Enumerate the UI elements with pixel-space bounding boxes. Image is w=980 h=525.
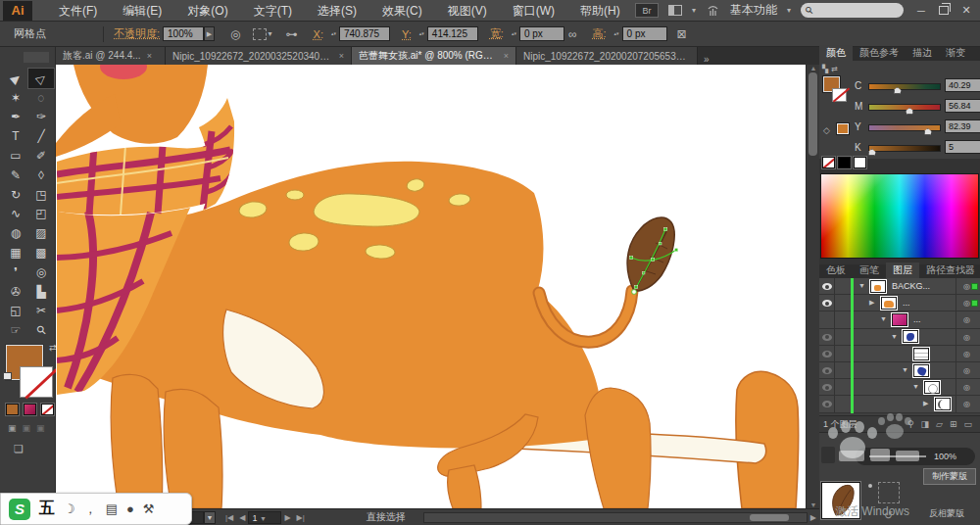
channel-value[interactable]: 82.39 <box>945 119 980 133</box>
layer-label[interactable]: ... <box>913 314 921 324</box>
black-swatch[interactable] <box>838 157 851 168</box>
eye-icon[interactable] <box>822 351 832 358</box>
layer-thumbnail[interactable] <box>913 348 929 360</box>
color-fill-button[interactable] <box>6 404 19 415</box>
stepper-icon[interactable]: ▴▾ <box>614 31 619 36</box>
stroke-color-swatch[interactable] <box>20 366 53 398</box>
eye-icon[interactable] <box>822 367 832 374</box>
visibility-cell[interactable] <box>819 396 835 412</box>
document-tab-0[interactable]: 旅客.ai @ 244.4...× <box>56 47 166 65</box>
disclosure-triangle[interactable]: ▼ <box>891 333 898 340</box>
channel-value[interactable]: 40.29 <box>945 78 980 92</box>
visibility-cell[interactable] <box>819 362 835 379</box>
hand-tool[interactable]: ☞ <box>3 320 28 340</box>
keyboard-icon[interactable]: ▤ <box>106 501 118 516</box>
target-circle-icon[interactable]: ◎ <box>963 333 970 342</box>
selection-tool[interactable]: ▶ <box>3 69 28 88</box>
opacity-label[interactable]: 不透明度: <box>114 26 160 41</box>
slice-tool[interactable]: ✂ <box>28 302 54 321</box>
disclosure-triangle[interactable]: ▼ <box>902 366 908 373</box>
default-fill-stroke-icon[interactable] <box>3 372 12 380</box>
layer-label[interactable]: BACKG... <box>892 281 930 291</box>
search-input[interactable] <box>816 5 895 17</box>
magic-wand-tool[interactable]: ✶ <box>3 88 28 108</box>
close-button[interactable]: ✕ <box>958 4 974 17</box>
curvature-tool[interactable]: ✑ <box>28 108 54 127</box>
invert-mask-label[interactable]: 反相蒙版 <box>929 507 964 520</box>
disclosure-triangle[interactable]: ▼ <box>858 282 865 289</box>
vertical-scrollbar[interactable]: ▲ ▼ <box>806 65 819 508</box>
tab-close-icon[interactable]: × <box>504 51 509 61</box>
visibility-cell[interactable] <box>819 379 835 396</box>
layer-row[interactable]: ◎ <box>819 346 980 362</box>
workspace-switcher[interactable]: 基本功能 <box>730 2 777 19</box>
target-circle-icon[interactable]: ◎ <box>963 350 970 358</box>
person-icon[interactable]: ● <box>126 501 134 516</box>
eye-icon[interactable] <box>822 300 832 307</box>
field-value-3[interactable]: 0 px <box>622 26 667 41</box>
menu-item[interactable]: 选择(S) <box>305 0 369 22</box>
none-swatch[interactable] <box>822 157 835 168</box>
layer-thumbnail[interactable] <box>924 381 940 394</box>
reference-point-icon[interactable]: ⊶ <box>286 27 298 41</box>
draw-inside-icon[interactable]: ▣ <box>36 423 45 433</box>
first-artboard-icon[interactable]: |◀ <box>225 513 233 522</box>
width-tool[interactable]: ∿ <box>3 205 28 224</box>
link-dimensions-icon[interactable]: ∞ <box>568 27 577 41</box>
field-value-1[interactable]: 414.125 <box>427 26 478 41</box>
next-artboard-icon[interactable]: ▶ <box>284 513 290 522</box>
layer-row[interactable]: ▶◎ <box>819 396 980 412</box>
field-label-0[interactable]: X: <box>314 28 323 40</box>
layer-thumbnail[interactable] <box>870 280 886 293</box>
rectangle-tool[interactable]: ▭ <box>3 146 28 166</box>
channel-slider[interactable] <box>868 83 941 90</box>
search-field[interactable]: ⚲ <box>801 3 904 18</box>
tab-画笔[interactable]: 画笔 <box>853 262 886 278</box>
disclosure-triangle[interactable]: ▶ <box>923 400 928 407</box>
draw-normal-icon[interactable]: ▣ <box>8 423 17 433</box>
layers-bar-icon-4[interactable]: ▭ <box>963 419 972 429</box>
target-circle-icon[interactable]: ◎ <box>963 400 970 408</box>
artboard-canvas[interactable] <box>56 65 806 508</box>
gradient-tool[interactable]: ▩ <box>28 243 54 262</box>
comma-icon[interactable]: ， <box>84 501 97 518</box>
document-tab-2[interactable]: 芭蕾舞女孩.ai* @ 800% (RGB/预览)× <box>352 47 516 65</box>
none-fill-button[interactable] <box>41 404 54 415</box>
field-value-0[interactable]: 740.875 <box>339 26 390 41</box>
artboard-number-field[interactable]: 1 ▼ <box>248 511 281 524</box>
field-value-2[interactable]: 0 px <box>519 26 564 41</box>
minimize-button[interactable]: ─ <box>913 5 929 17</box>
panel-collapse-stub[interactable] <box>24 52 49 63</box>
layer-row[interactable]: ▶...◎ <box>819 295 980 311</box>
scroll-up-icon[interactable]: ▲ <box>807 65 820 72</box>
visibility-cell[interactable] <box>819 329 835 346</box>
field-label-3[interactable]: 高: <box>592 26 606 41</box>
target-circle-icon[interactable]: ◎ <box>963 299 970 308</box>
visibility-cell[interactable] <box>819 346 835 362</box>
prev-artboard-icon[interactable]: ◀ <box>239 513 245 522</box>
visibility-cell[interactable] <box>819 278 835 295</box>
layer-row[interactable]: ▼...◎ <box>819 311 980 328</box>
type-tool[interactable]: T <box>3 126 28 146</box>
stepper-icon[interactable]: ▴▾ <box>419 31 424 36</box>
target-circle-icon[interactable]: ◎ <box>963 383 970 392</box>
restore-button[interactable] <box>939 6 949 15</box>
line-segment-tool[interactable]: ╱ <box>28 126 54 146</box>
layer-label[interactable]: ... <box>903 298 910 308</box>
tab-close-icon[interactable]: × <box>147 51 152 61</box>
zoom-tool[interactable]: ⚲ <box>28 320 54 340</box>
paintbrush-tool[interactable]: ✐ <box>28 146 54 166</box>
field-label-1[interactable]: Y: <box>402 28 412 40</box>
layer-row[interactable]: ▼◎ <box>819 379 980 396</box>
ime-logo-icon[interactable]: S <box>9 499 30 520</box>
layer-thumbnail[interactable] <box>881 297 897 310</box>
mesh-tool[interactable]: ▦ <box>3 243 28 262</box>
layers-bar-icon-1[interactable]: ◨ <box>921 419 930 429</box>
menu-item[interactable]: 文字(T) <box>241 0 305 22</box>
eye-icon[interactable] <box>822 283 832 290</box>
menu-item[interactable]: 效果(C) <box>369 0 435 22</box>
menu-item[interactable]: 编辑(E) <box>110 0 174 22</box>
stepper-icon[interactable]: ▴▾ <box>331 31 336 36</box>
document-tab-3[interactable]: Nipic_10922672_20200207205653623000| <box>516 47 698 65</box>
mask-thumbnail-placeholder[interactable] <box>878 482 900 503</box>
